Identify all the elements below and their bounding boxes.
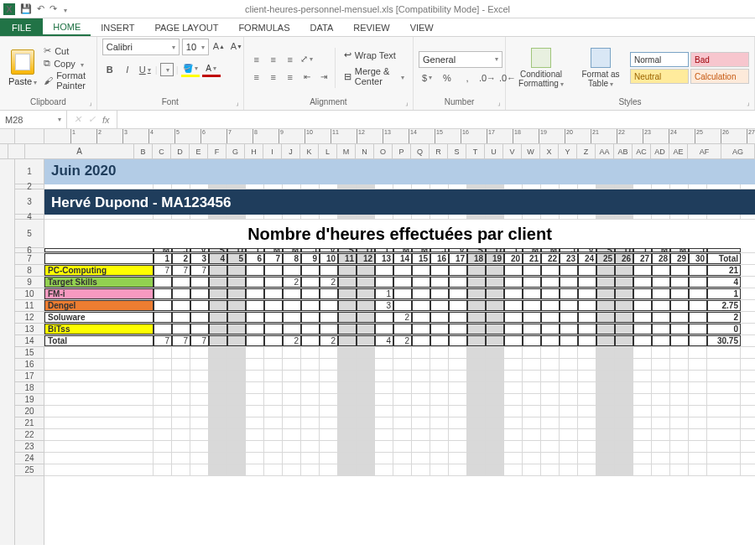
cell[interactable]: [449, 335, 467, 346]
cell[interactable]: [560, 324, 578, 334]
copy-button[interactable]: ⧉Copy: [44, 58, 91, 69]
cell[interactable]: [707, 359, 741, 370]
cell[interactable]: [264, 288, 283, 299]
cell[interactable]: [357, 312, 375, 323]
cell[interactable]: [209, 288, 227, 299]
cell[interactable]: [707, 382, 741, 393]
cell[interactable]: 21: [523, 253, 541, 264]
cell[interactable]: [190, 300, 209, 311]
name-box[interactable]: M28: [0, 111, 67, 128]
cell[interactable]: J: [172, 248, 190, 252]
cell[interactable]: [44, 394, 154, 405]
cell[interactable]: 13: [375, 253, 393, 264]
decrease-indent-button[interactable]: ⇤: [299, 70, 315, 85]
cell[interactable]: [596, 312, 615, 323]
cell[interactable]: 7: [190, 265, 209, 276]
cell[interactable]: [615, 288, 633, 299]
row-header[interactable]: 9: [15, 277, 44, 288]
cell[interactable]: V: [578, 248, 596, 252]
row-header[interactable]: 17: [15, 371, 44, 382]
cell[interactable]: [44, 453, 154, 464]
cell[interactable]: [154, 324, 172, 334]
row-header[interactable]: 16: [15, 359, 44, 371]
row-header[interactable]: 20: [15, 406, 44, 417]
cell[interactable]: [652, 312, 670, 323]
cell[interactable]: [504, 335, 523, 346]
cell[interactable]: [283, 265, 301, 276]
cell[interactable]: [338, 335, 357, 346]
cell[interactable]: [227, 300, 246, 311]
cell[interactable]: [560, 300, 578, 311]
col-header[interactable]: AA: [596, 144, 614, 158]
undo-icon[interactable]: ↶: [37, 3, 44, 14]
cell[interactable]: 27: [633, 253, 652, 264]
row-header[interactable]: 19: [15, 394, 44, 406]
cell[interactable]: [320, 288, 338, 299]
cell[interactable]: [541, 288, 560, 299]
cell[interactable]: S: [338, 248, 357, 252]
cell[interactable]: 6: [246, 253, 264, 264]
cell[interactable]: M: [283, 248, 301, 252]
cell[interactable]: [301, 312, 320, 323]
col-header[interactable]: S: [448, 144, 466, 158]
cell[interactable]: [596, 277, 615, 288]
cell[interactable]: [227, 277, 246, 288]
merge-center-button[interactable]: ⊟Merge & Center: [341, 65, 408, 88]
col-header[interactable]: L: [319, 144, 337, 158]
underline-button[interactable]: U: [138, 62, 153, 77]
col-header[interactable]: AC: [633, 144, 651, 158]
cell[interactable]: [670, 288, 689, 299]
row-header[interactable]: 7: [15, 253, 44, 265]
col-header[interactable]: N: [356, 144, 374, 158]
total-header[interactable]: Total: [707, 253, 741, 264]
cell[interactable]: [449, 324, 467, 334]
cell[interactable]: [375, 277, 393, 288]
cell[interactable]: [707, 453, 741, 464]
cell[interactable]: [357, 324, 375, 334]
cell[interactable]: [190, 288, 209, 299]
cell[interactable]: [523, 324, 541, 334]
cell[interactable]: [707, 417, 741, 428]
cell[interactable]: D: [615, 248, 633, 252]
cell[interactable]: [633, 312, 652, 323]
cell[interactable]: [541, 300, 560, 311]
cell[interactable]: [689, 312, 707, 323]
align-center-button[interactable]: ≡: [266, 70, 281, 85]
cell[interactable]: [652, 277, 670, 288]
save-icon[interactable]: 💾: [20, 3, 32, 14]
cell[interactable]: [578, 335, 596, 346]
cell[interactable]: [357, 288, 375, 299]
cell[interactable]: [264, 265, 283, 276]
col-header[interactable]: T: [466, 144, 485, 158]
cell[interactable]: [246, 288, 264, 299]
row-header[interactable]: 25: [15, 464, 44, 476]
cell[interactable]: [615, 312, 633, 323]
col-header[interactable]: V: [503, 144, 522, 158]
cell[interactable]: [578, 300, 596, 311]
cell[interactable]: [467, 288, 486, 299]
cell[interactable]: [560, 312, 578, 323]
cell[interactable]: [154, 288, 172, 299]
cell[interactable]: 25: [596, 253, 615, 264]
orientation-button[interactable]: ⤢: [299, 52, 315, 67]
tab-review[interactable]: REVIEW: [343, 18, 399, 36]
col-header[interactable]: C: [153, 144, 171, 158]
cell[interactable]: [707, 371, 741, 381]
cell[interactable]: [670, 335, 689, 346]
align-bottom-button[interactable]: ≡: [283, 52, 298, 67]
client-label[interactable]: Target Skills: [44, 277, 154, 288]
qat-dropdown-icon[interactable]: [62, 4, 67, 14]
col-header[interactable]: I: [263, 144, 282, 158]
col-header[interactable]: J: [282, 144, 300, 158]
cell[interactable]: [357, 277, 375, 288]
select-all-corner[interactable]: [8, 144, 25, 158]
cell[interactable]: [467, 265, 486, 276]
cell[interactable]: [689, 277, 707, 288]
cell[interactable]: [357, 300, 375, 311]
comma-button[interactable]: ,: [459, 70, 476, 86]
cell[interactable]: [449, 312, 467, 323]
cell[interactable]: [449, 288, 467, 299]
cell[interactable]: [338, 312, 357, 323]
cell[interactable]: [707, 394, 741, 405]
col-header[interactable]: AB: [614, 144, 633, 158]
